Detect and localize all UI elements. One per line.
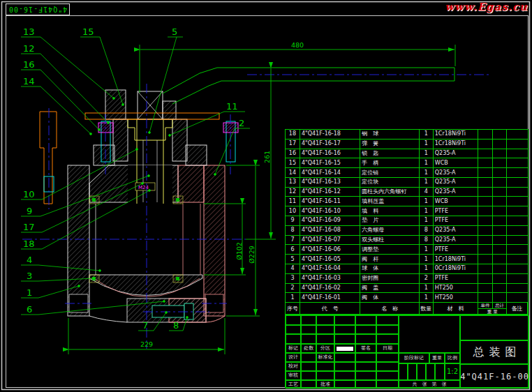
cell-rem — [507, 236, 528, 245]
tb-empty-cell — [286, 334, 301, 344]
cell-material: Q235-A — [434, 236, 479, 245]
cell-code: 4"Q41F-16-06 — [300, 245, 360, 254]
cell-qty: 1 — [420, 130, 434, 139]
tb-standardization: 标准化 — [316, 353, 334, 362]
dimension-102: Ø102 — [235, 242, 243, 260]
cell-name: 阀 体 — [360, 293, 419, 302]
cell-t — [493, 158, 507, 167]
cell-code: 4"Q41F-16-08 — [300, 226, 360, 235]
handle — [163, 68, 455, 104]
tb-empty-cell — [301, 315, 316, 325]
cell-u — [478, 158, 493, 167]
tb-empty-cell — [376, 353, 399, 362]
cell-u — [478, 255, 493, 264]
col-header-unit-weight: 单件 — [478, 303, 492, 308]
tb-scale-label: 比例 — [445, 353, 460, 363]
cell-t — [493, 149, 507, 158]
cell-name: 阀 盖 — [360, 284, 419, 293]
cell-qty: 4 — [420, 188, 434, 197]
cell-rem — [507, 130, 528, 139]
parts-table-row: 84"Q41F-16-08六角螺母8Q235-A — [286, 226, 528, 236]
parts-table-row: 94"Q41F-16-09垫 片1PTFE — [286, 216, 528, 226]
parts-table-row: 134"Q41F-16-13定位块1Q235-A — [286, 178, 528, 188]
cell-rem — [507, 274, 528, 283]
cell-name: 球 体 — [360, 264, 419, 273]
tb-design: 设计 — [286, 353, 301, 362]
parts-table-row: 174"Q41F-16-17弹 簧11Cr18Ni9Ti — [286, 140, 528, 149]
col-header-weight: 重 量 — [478, 309, 506, 315]
balloon-1: 1 — [27, 287, 32, 298]
cell-code: 4"Q41F-16-18 — [300, 130, 360, 139]
dimension-480: 480 — [291, 41, 304, 49]
cell-code: 4"Q41F-16-11 — [300, 197, 360, 206]
cell-material: Q235-A — [434, 188, 479, 197]
left-flange — [68, 165, 89, 316]
tb-sheets: 共 张 第 张 — [399, 380, 460, 389]
cell-t — [493, 293, 507, 302]
tb-empty-cell — [301, 371, 316, 380]
cell-code: 4"Q41F-16-15 — [300, 158, 360, 167]
balloon-10: 10 — [23, 189, 35, 199]
cell-name: 弹 簧 — [360, 140, 419, 149]
parts-table-row: 44"Q41F-16-04球 体10Cr18Ni9Ti — [286, 264, 528, 274]
tb-middle-empty — [399, 315, 460, 353]
cell-code: 4"Q41F-16-17 — [300, 140, 360, 149]
cell-code: 4"Q41F-16-04 — [300, 264, 360, 273]
cell-name: 钢 球 — [360, 130, 419, 139]
tb-scale-value: 1:2 — [445, 363, 460, 380]
tb-empty-cell — [399, 363, 408, 380]
cell-code: 4"Q41F-16-10 — [300, 206, 360, 216]
cell-rem — [507, 140, 528, 149]
tb-mark: 标记 — [286, 344, 301, 353]
cell-material: PTFE — [434, 274, 479, 283]
corner-code: 4"Q41F-16-00 — [8, 6, 67, 13]
cell-code: 4"Q41F-16-02 — [300, 284, 360, 293]
tb-empty-cell — [316, 362, 334, 371]
tb-process: 工艺 — [286, 380, 301, 389]
cell-material: Q235-A — [434, 168, 479, 177]
cell-no: 1 — [286, 293, 300, 302]
drain-stud — [152, 306, 184, 317]
balloon-2: 2 — [239, 118, 244, 128]
cell-code: 4"Q41F-16-05 — [300, 255, 360, 264]
cell-qty: 1 — [420, 264, 434, 273]
cell-u — [478, 140, 493, 149]
cell-u — [478, 293, 493, 302]
tb-empty-cell — [286, 325, 301, 334]
cell-code: 4"Q41F-16-16 — [300, 149, 360, 158]
drain-nut — [184, 303, 193, 319]
cell-name: 定位销 — [360, 168, 419, 177]
cell-rem — [507, 226, 528, 235]
right-flange — [204, 165, 225, 316]
cell-name: 阀 杆 — [360, 255, 419, 264]
cell-no: 10 — [286, 206, 300, 216]
ball-pocket — [89, 275, 202, 296]
cell-name: 垫 片 — [360, 216, 419, 225]
balloon-15: 15 — [82, 27, 94, 37]
parts-table-row: 54"Q41F-16-05阀 杆11Cr18Ni9Ti — [286, 255, 528, 264]
cell-u — [478, 149, 493, 158]
cell-no: 2 — [286, 284, 300, 293]
tb-empty-cell — [316, 371, 334, 380]
cell-t — [493, 178, 507, 187]
balloon-5: 5 — [172, 27, 177, 37]
cell-no: 9 — [286, 216, 300, 225]
tb-empty-cell — [376, 371, 399, 380]
tb-empty-cell — [301, 334, 316, 344]
col-header-total-weight: 总计 — [493, 303, 506, 308]
tb-empty-cell — [355, 371, 376, 380]
cell-rem — [507, 206, 528, 216]
cell-material: WCB — [434, 158, 479, 167]
tb-empty-cell — [334, 325, 355, 334]
parts-table-row: 74"Q41F-16-07双头螺柱8Q235-A — [286, 236, 528, 246]
cell-t — [493, 236, 507, 245]
cell-material: HT250 — [434, 284, 479, 293]
parts-table-row: 14"Q41F-16-01阀 体1HT250 — [286, 293, 528, 303]
cell-no: 15 — [286, 158, 300, 167]
cell-rem — [507, 188, 528, 197]
tb-empty-cell — [334, 315, 355, 325]
cell-rem — [507, 149, 528, 158]
dimension-261: 261 — [263, 151, 271, 163]
parts-table-row: 164"Q41F-16-16锁 匙1Q235-A — [286, 149, 528, 159]
tb-empty-cell — [376, 362, 399, 371]
